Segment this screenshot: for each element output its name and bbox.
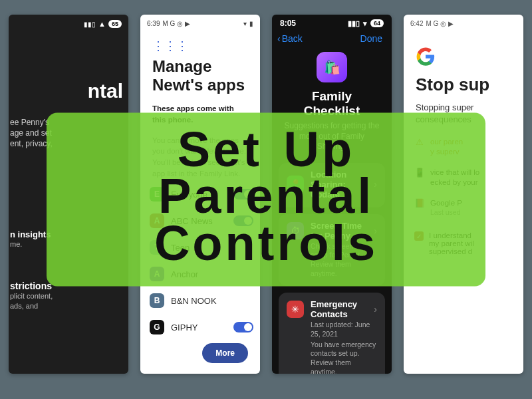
page-title: ntal [9, 80, 123, 102]
status-time: 6:39 [147, 20, 160, 27]
app-icon: B [150, 293, 164, 308]
restrictions-sub: plicit content, ads, and [10, 291, 123, 311]
status-bar: 8:05 ▮▮▯ ▾ 64 [272, 15, 392, 29]
status-app-icons: M G ◎ ▶ [426, 20, 453, 27]
chevron-left-icon: ‹ [277, 33, 281, 44]
back-label: Back [282, 33, 303, 44]
signal-icon: ▮▮▯ [84, 21, 96, 28]
back-button[interactable]: ‹ Back [277, 33, 303, 44]
wifi-icon: ▲ [98, 20, 106, 28]
emergency-icon: ✳ [287, 301, 304, 318]
card-subtitle-text: You have emergency contacts set up. Revi… [287, 340, 377, 374]
app-toggle[interactable] [233, 322, 253, 332]
app-label: B&N NOOK [171, 296, 253, 306]
card-title: Emergency Contacts [311, 299, 367, 319]
more-button[interactable]: More [202, 343, 248, 363]
battery-pill: 64 [370, 19, 384, 27]
page-title: Stop sup [404, 66, 523, 95]
status-bar: 6:39 M G ◎ ▶ ▾ ▮ [140, 15, 260, 29]
app-label: GIPHY [171, 323, 227, 332]
title-overlay: Set Up Parental Controls [47, 113, 485, 287]
hero-icon: 🛍️ [317, 52, 347, 82]
page-title: Manage Newt's apps [140, 55, 260, 94]
status-app-icons: M G ◎ ▶ [162, 20, 190, 27]
chevron-right-icon: › [374, 304, 377, 315]
battery-pill: 65 [108, 20, 122, 28]
status-bar: ▮▮▯ ▲ 65 [9, 15, 128, 31]
wifi-icon: ▾ [243, 20, 247, 27]
google-g-icon [416, 47, 436, 66]
status-bar: 6:42 M G ◎ ▶ [404, 15, 523, 29]
nav-bar: ‹ Back Done [272, 29, 392, 48]
app-icon: G [150, 320, 164, 334]
google-logo [404, 29, 523, 66]
card-subtitle-date: Last updated: June 25, 2021 [287, 321, 377, 338]
checklist-card[interactable]: ✳ Emergency Contacts › Last updated: Jun… [279, 293, 385, 374]
wifi-icon: ▾ [363, 19, 367, 28]
signal-icon: ▮▮▯ [348, 19, 360, 28]
app-row[interactable]: G GIPHY [150, 320, 253, 334]
battery-icon: ▮ [249, 20, 253, 27]
status-time: 6:42 [410, 20, 423, 27]
status-time: 8:05 [280, 19, 296, 28]
overlay-title-line2: Controls [65, 219, 467, 266]
overlay-title-line1: Set Up Parental [65, 126, 467, 220]
app-row[interactable]: B B&N NOOK [150, 293, 253, 308]
done-button[interactable]: Done [360, 33, 382, 44]
app-grid-icon[interactable]: ⋮⋮⋮ [140, 29, 260, 55]
